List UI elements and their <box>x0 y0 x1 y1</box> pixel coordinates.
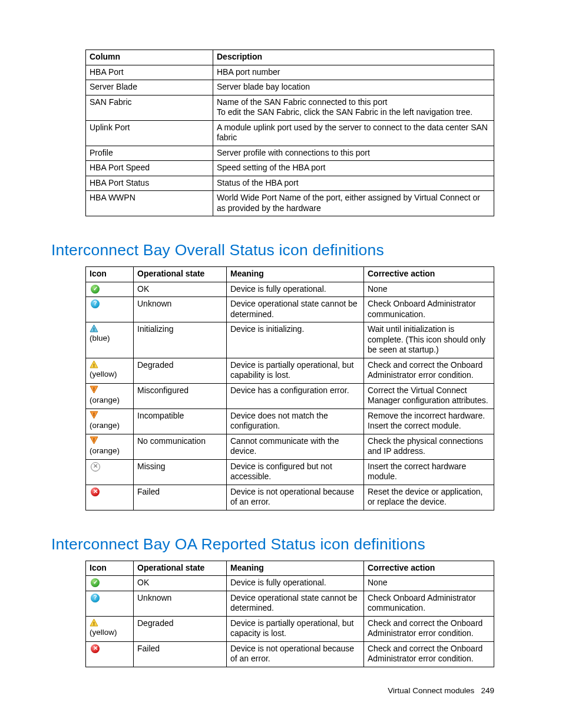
icon-cell: ✓ <box>86 282 134 297</box>
column-name-cell: SAN Fabric <box>86 95 213 120</box>
icon-color-label: (orange) <box>90 446 120 456</box>
meaning-cell: Device operational state cannot be deter… <box>227 297 364 322</box>
operational-state-cell: Unknown <box>134 591 227 616</box>
table-row: !(yellow)DegradedDevice is partially ope… <box>86 616 494 641</box>
column-name-cell: Uplink Port <box>86 120 213 146</box>
triangle-exclaim-yellow-icon: ! <box>90 618 98 627</box>
operational-state-cell: Failed <box>134 641 227 667</box>
t2-header-meaning: Meaning <box>227 267 364 282</box>
operational-state-cell: Degraded <box>134 616 227 641</box>
meaning-cell: Device is not operational because of an … <box>227 485 364 510</box>
t2-header-state: Operational state <box>134 267 227 282</box>
corrective-action-cell: Check and correct the Onboard Administra… <box>364 641 494 667</box>
corrective-action-cell: Wait until initialization is complete. (… <box>364 322 494 358</box>
operational-state-cell: Incompatible <box>134 409 227 434</box>
table-row: ✓OKDevice is fully operational.None <box>86 576 494 591</box>
icon-color-label: (orange) <box>90 421 120 431</box>
icon-cell: ✕ <box>86 641 134 667</box>
description-cell: HBA port number <box>213 65 494 80</box>
corrective-action-cell: Correct the Virtual Connect Manager conf… <box>364 383 494 409</box>
column-description-table: Column Description HBA PortHBA port numb… <box>85 50 494 216</box>
icon-cell: !(orange) <box>86 383 134 409</box>
corrective-action-cell: None <box>364 282 494 297</box>
table-row: ProfileServer profile with connections t… <box>86 146 494 161</box>
t1-header-description: Description <box>213 50 494 65</box>
table-row: !(orange)No communicationCannot communic… <box>86 434 494 459</box>
table-row: ✕MissingDevice is configured but not acc… <box>86 459 494 485</box>
column-name-cell: HBA WWPN <box>86 191 213 216</box>
icon-color-label: (yellow) <box>90 370 117 380</box>
table-row: !(yellow)DegradedDevice is partially ope… <box>86 358 494 383</box>
corrective-action-cell: Check Onboard Administrator communicatio… <box>364 591 494 616</box>
icon-color-label: (yellow) <box>90 628 117 638</box>
x-outline-icon: ✕ <box>91 462 100 472</box>
icon-color-label: (orange) <box>90 396 120 406</box>
corrective-action-cell: Check and correct the Onboard Administra… <box>364 358 494 383</box>
corrective-action-cell: Reset the device or application, or repl… <box>364 485 494 510</box>
t1-header-column: Column <box>86 50 213 65</box>
table-row: ✓OKDevice is fully operational.None <box>86 282 494 297</box>
question-icon: ? <box>91 299 100 308</box>
inverted-triangle-exclaim-orange-icon: ! <box>90 436 98 445</box>
operational-state-cell: Missing <box>134 459 227 485</box>
question-icon: ? <box>91 594 100 602</box>
icon-cell: ✕ <box>86 459 134 485</box>
svg-text:!: ! <box>93 620 95 626</box>
corrective-action-cell: Check Onboard Administrator communicatio… <box>364 297 494 322</box>
meaning-cell: Cannot communicate with the device. <box>227 434 364 459</box>
inverted-triangle-exclaim-orange-icon: ! <box>90 386 98 394</box>
t3-header-state: Operational state <box>134 561 227 576</box>
t2-header-action: Corrective action <box>364 267 494 282</box>
svg-text:!: ! <box>93 327 95 332</box>
corrective-action-cell: None <box>364 576 494 591</box>
table-row: SAN FabricName of the SAN Fabric connect… <box>86 95 494 120</box>
column-name-cell: Server Blade <box>86 80 213 95</box>
description-cell: Status of the HBA port <box>213 176 494 191</box>
oa-status-table: Icon Operational state Meaning Correctiv… <box>85 561 494 667</box>
triangle-exclaim-yellow-icon: ! <box>90 360 98 368</box>
table-row: ?UnknownDevice operational state cannot … <box>86 297 494 322</box>
icon-cell: ? <box>86 591 134 616</box>
icon-cell: !(orange) <box>86 409 134 434</box>
meaning-cell: Device does not match the configuration. <box>227 409 364 434</box>
table-row: HBA PortHBA port number <box>86 65 494 80</box>
table-row: ✕FailedDevice is not operational because… <box>86 485 494 510</box>
icon-color-label: (blue) <box>90 334 110 344</box>
svg-text:!: ! <box>93 362 95 368</box>
svg-text:!: ! <box>93 411 95 417</box>
meaning-cell: Device operational state cannot be deter… <box>227 591 364 616</box>
icon-cell: !(yellow) <box>86 616 134 641</box>
meaning-cell: Device is not operational because of an … <box>227 641 364 667</box>
triangle-exclaim-blue-icon: ! <box>90 324 98 332</box>
meaning-cell: Device is initializing. <box>227 322 364 358</box>
t3-header-meaning: Meaning <box>227 561 364 576</box>
icon-cell: ✕ <box>86 485 134 510</box>
description-cell: World Wide Port Name of the port, either… <box>213 191 494 216</box>
icon-cell: ? <box>86 297 134 322</box>
table-row: HBA WWPNWorld Wide Port Name of the port… <box>86 191 494 216</box>
operational-state-cell: Misconfigured <box>134 383 227 409</box>
operational-state-cell: Failed <box>134 485 227 510</box>
t2-header-icon: Icon <box>86 267 134 282</box>
operational-state-cell: OK <box>134 576 227 591</box>
column-name-cell: HBA Port Speed <box>86 161 213 176</box>
table-row: Server BladeServer blade bay location <box>86 80 494 95</box>
meaning-cell: Device is partially operational, but cap… <box>227 616 364 641</box>
footer-section: Virtual Connect modules <box>388 686 474 695</box>
x-circle-red-icon: ✕ <box>91 487 100 496</box>
corrective-action-cell: Remove the incorrect hardware. Insert th… <box>364 409 494 434</box>
icon-cell: !(orange) <box>86 434 134 459</box>
inverted-triangle-exclaim-orange-icon: ! <box>90 411 98 420</box>
table-row: HBA Port SpeedSpeed setting of the HBA p… <box>86 161 494 176</box>
table-row: ?UnknownDevice operational state cannot … <box>86 591 494 616</box>
t3-header-action: Corrective action <box>364 561 494 576</box>
corrective-action-cell: Insert the correct hardware module. <box>364 459 494 485</box>
operational-state-cell: Unknown <box>134 297 227 322</box>
icon-cell: !(blue) <box>86 322 134 358</box>
operational-state-cell: No communication <box>134 434 227 459</box>
operational-state-cell: OK <box>134 282 227 297</box>
table-row: ✕FailedDevice is not operational because… <box>86 641 494 667</box>
t3-header-icon: Icon <box>86 561 134 576</box>
corrective-action-cell: Check and correct the Onboard Administra… <box>364 616 494 641</box>
table-row: !(blue)InitializingDevice is initializin… <box>86 322 494 358</box>
